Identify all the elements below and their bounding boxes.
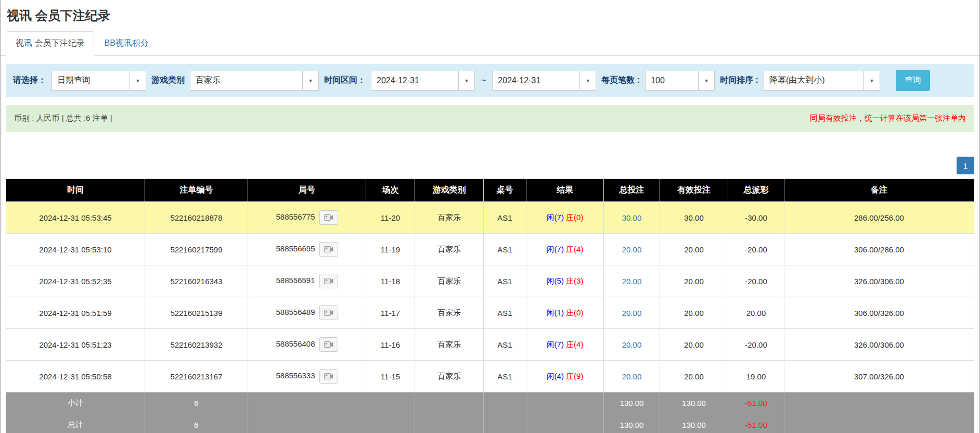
result-player: 闲(7) <box>547 245 564 253</box>
grand-total-count: 6 <box>145 414 248 433</box>
query-type-label: 请选择： <box>13 75 46 86</box>
cell-total-payout: -20.00 <box>728 329 784 361</box>
cell-round-id: 588556408 <box>248 329 366 361</box>
video-icon <box>324 341 333 348</box>
cell-valid-bet: 30.00 <box>660 202 728 234</box>
column-header-result: 结果 <box>526 179 604 202</box>
column-header-game-type: 游戏类别 <box>415 179 484 202</box>
game-type-select[interactable]: 百家乐 ▾ <box>190 71 319 91</box>
cell-bet-id: 522160216343 <box>145 265 248 297</box>
round-id: 588556695 <box>276 244 315 253</box>
query-type-select[interactable]: 日期查询 ▾ <box>51 71 146 91</box>
cell-total-bet: 20.00 <box>604 297 660 329</box>
cell-game-type: 百家乐 <box>415 234 484 265</box>
per-page-select[interactable]: 100 ▾ <box>645 71 715 91</box>
cell-result: 闲(4) 庄(9) <box>526 361 604 392</box>
cell-game-type: 百家乐 <box>415 361 484 392</box>
round-video-button[interactable] <box>319 242 338 257</box>
cell-table-no: AS1 <box>484 234 526 265</box>
cell-bet-id: 522160213167 <box>145 361 248 392</box>
result-banker: 庄(0) <box>566 213 583 222</box>
pagination-page-1-button[interactable]: 1 <box>957 157 974 174</box>
video-icon <box>324 309 333 316</box>
column-header-total-bet: 总投注 <box>604 179 660 202</box>
grand-total-empty-result <box>526 414 604 433</box>
result-player: 闲(1) <box>547 308 564 317</box>
result-player: 闲(7) <box>547 340 564 349</box>
round-video-button[interactable] <box>319 210 338 225</box>
chevron-down-icon[interactable]: ▾ <box>579 71 596 91</box>
subtotal-empty-session <box>366 392 415 414</box>
table-row: 2024-12-31 05:53:45522160218878588556775… <box>6 202 974 234</box>
subtotal-empty-result <box>526 392 604 414</box>
subtotal-payout: -51.00 <box>728 392 784 414</box>
chevron-down-icon[interactable]: ▾ <box>698 71 715 91</box>
column-header-round-id: 局号 <box>248 179 366 202</box>
total-bet-link[interactable]: 20.00 <box>622 277 642 286</box>
video-icon <box>324 373 333 380</box>
cell-result: 闲(1) 庄(0) <box>526 297 604 329</box>
page-title: 视讯 会员下注纪录 <box>1 0 979 27</box>
chevron-down-icon[interactable]: ▾ <box>302 71 319 91</box>
pagination: 1 <box>6 157 974 174</box>
cell-game-type: 百家乐 <box>415 265 484 297</box>
table-row: 2024-12-31 05:51:23522160213932588556408… <box>6 329 974 361</box>
total-bet-link[interactable]: 20.00 <box>622 309 642 317</box>
date-range-tilde: ~ <box>480 76 487 85</box>
cell-time: 2024-12-31 05:51:59 <box>6 297 145 329</box>
subtotal-empty-round <box>248 392 366 414</box>
column-header-valid-bet: 有效投注 <box>660 179 728 202</box>
round-video-button[interactable] <box>319 305 338 320</box>
table-row: 2024-12-31 05:51:59522160215139588556489… <box>6 297 974 329</box>
column-header-total-payout: 总派彩 <box>728 179 784 202</box>
chevron-down-icon[interactable]: ▾ <box>863 71 880 91</box>
date-from-select[interactable]: 2024-12-31 ▾ <box>371 71 475 91</box>
round-video-button[interactable] <box>319 369 338 384</box>
cell-table-no: AS1 <box>484 265 526 297</box>
column-header-session: 场次 <box>366 179 415 202</box>
tab-video-bet-records[interactable]: 视讯 会员下注纪录 <box>6 31 94 56</box>
video-icon <box>324 277 333 285</box>
grand-total-empty-note <box>784 414 974 433</box>
tab-bar: 视讯 会员下注纪录 BB视讯积分 <box>1 31 979 56</box>
summary-tbody: 小计 6 130.00 130.00 -51.00 总计 6 <box>6 392 974 433</box>
cell-valid-bet: 20.00 <box>660 265 728 297</box>
result-banker: 庄(4) <box>566 340 583 349</box>
round-id: 588556408 <box>276 339 315 348</box>
search-button[interactable]: 查询 <box>896 70 930 91</box>
date-to-select[interactable]: 2024-12-31 ▾ <box>492 71 596 91</box>
total-bet-link[interactable]: 20.00 <box>622 340 642 349</box>
total-bet-link[interactable]: 30.00 <box>622 213 642 222</box>
grand-total-payout: -51.00 <box>728 414 784 433</box>
cell-session: 11-20 <box>366 202 415 234</box>
result-player: 闲(7) <box>547 213 564 222</box>
date-to-value: 2024-12-31 <box>492 71 580 91</box>
round-id: 588556775 <box>276 212 315 221</box>
cell-round-id: 588556591 <box>248 265 366 297</box>
tab-bb-video-points[interactable]: BB视讯积分 <box>94 31 158 56</box>
query-type-value: 日期查询 <box>51 71 130 91</box>
cell-round-id: 588556775 <box>248 202 366 234</box>
cell-total-payout: 20.00 <box>728 297 784 329</box>
cell-session: 11-15 <box>366 361 415 392</box>
total-bet-link[interactable]: 20.00 <box>622 245 642 254</box>
game-type-value: 百家乐 <box>190 71 303 91</box>
cell-round-id: 588556489 <box>248 297 366 329</box>
round-video-button[interactable] <box>319 274 338 288</box>
time-range-label: 时间区间： <box>324 75 366 86</box>
round-id: 588556333 <box>276 371 315 380</box>
video-icon <box>324 246 333 253</box>
round-video-button[interactable] <box>319 337 338 352</box>
chevron-down-icon[interactable]: ▾ <box>458 71 475 91</box>
cell-note: 326.00/306.00 <box>784 329 974 361</box>
cell-table-no: AS1 <box>484 361 526 392</box>
column-header-bet-id: 注单编号 <box>145 179 248 202</box>
table-row: 2024-12-31 05:52:35522160216343588556591… <box>6 265 974 297</box>
settlement-note-text: 同局有效投注，统一计算在该局第一张注单内 <box>810 113 966 123</box>
sort-order-select[interactable]: 降幂(由大到小) ▾ <box>764 71 880 91</box>
cell-session: 11-16 <box>366 329 415 361</box>
cell-result: 闲(5) 庄(3) <box>526 265 604 297</box>
cell-time: 2024-12-31 05:53:10 <box>6 234 145 265</box>
total-bet-link[interactable]: 20.00 <box>622 372 642 381</box>
chevron-down-icon[interactable]: ▾ <box>130 71 146 91</box>
